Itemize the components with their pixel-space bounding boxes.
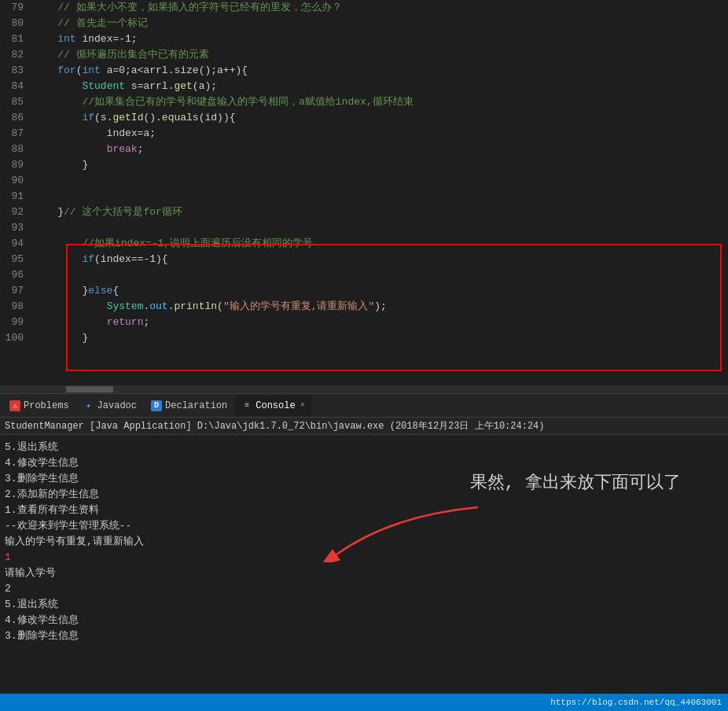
code-line: 83 for(int a=0;a<arrl.size();a++){: [0, 63, 728, 79]
code-lines: 79 // 如果大小不变，如果插入的字符号已经有的里发，怎么办？80 // 首先…: [0, 0, 728, 346]
code-line: 87 index=a;: [0, 126, 728, 142]
console-line: 1.查看所有学生资料: [5, 503, 723, 518]
code-line: 89 }: [0, 157, 728, 173]
line-number: 95: [0, 252, 33, 267]
line-content: // 循环遍历出集合中已有的元素: [33, 47, 209, 63]
line-content: for(int a=0;a<arrl.size();a++){: [33, 63, 248, 79]
line-content: if(s.getId().equals(id)){: [33, 110, 235, 126]
problems-icon: ⚠: [9, 400, 20, 411]
tab-javadoc-label: Javadoc: [97, 400, 137, 411]
tab-declaration-label: Declaration: [165, 400, 227, 411]
console-header: StudentManager [Java Application] D:\Jav…: [0, 418, 728, 435]
line-number: 89: [0, 157, 33, 173]
code-line: 100 }: [0, 330, 728, 346]
code-line: 98 System.out.println("输入的学号有重复,请重新输入");: [0, 299, 728, 315]
line-number: 88: [0, 142, 33, 157]
tab-console-label: Console: [256, 400, 295, 411]
code-line: 84 Student s=arrl.get(a);: [0, 79, 728, 94]
horizontal-scrollbar[interactable]: [0, 385, 728, 393]
line-number: 80: [0, 16, 33, 31]
console-line: 4.修改学生信息: [5, 613, 723, 628]
line-content: }: [33, 330, 88, 346]
line-number: 98: [0, 299, 33, 315]
line-number: 93: [0, 220, 33, 236]
line-content: if(index==-1){: [33, 252, 168, 267]
line-number: 84: [0, 79, 33, 94]
tab-problems-label: Problems: [24, 400, 69, 411]
line-content: System.out.println("输入的学号有重复,请重新输入");: [33, 299, 387, 315]
code-editor: 79 // 如果大小不变，如果插入的字符号已经有的里发，怎么办？80 // 首先…: [0, 0, 728, 393]
console-icon: ≡: [241, 400, 252, 411]
console-line: 5.退出系统: [5, 440, 723, 455]
line-number: 79: [0, 0, 33, 16]
line-content: index=a;: [33, 126, 156, 142]
line-number: 92: [0, 204, 33, 220]
line-number: 86: [0, 110, 33, 126]
code-line: 94 //如果index=-1,说明上面遍历后没有相同的学号: [0, 236, 728, 252]
javadoc-icon: ✦: [83, 400, 94, 411]
line-number: 90: [0, 173, 33, 189]
line-number: 85: [0, 94, 33, 110]
code-line: 81 int index=-1;: [0, 31, 728, 47]
console-line: --欢迎来到学生管理系统--: [5, 518, 723, 534]
line-number: 87: [0, 126, 33, 142]
line-content: //如果集合已有的学号和键盘输入的学号相同，a赋值给index,循环结束: [33, 94, 414, 110]
scrollbar-thumb[interactable]: [66, 386, 113, 392]
line-content: }: [33, 157, 88, 173]
code-line: 92 }// 这个大括号是for循环: [0, 204, 728, 220]
code-line: 79 // 如果大小不变，如果插入的字符号已经有的里发，怎么办？: [0, 0, 728, 16]
declaration-icon: D: [151, 400, 162, 411]
code-line: 86 if(s.getId().equals(id)){: [0, 110, 728, 126]
code-line: 85 //如果集合已有的学号和键盘输入的学号相同，a赋值给index,循环结束: [0, 94, 728, 110]
line-number: 97: [0, 283, 33, 299]
line-number: 99: [0, 315, 33, 330]
line-content: // 首先走一个标记: [33, 16, 148, 31]
tab-declaration[interactable]: D Declaration: [145, 396, 233, 416]
code-line: 82 // 循环遍历出集合中已有的元素: [0, 47, 728, 63]
console-line: 输入的学号有重复,请重新输入: [5, 534, 723, 550]
console-line: 5.退出系统: [5, 597, 723, 613]
console-line: 1: [5, 550, 723, 565]
line-content: //如果index=-1,说明上面遍历后没有相同的学号: [33, 236, 313, 252]
console-line: 2.添加新的学生信息: [5, 487, 723, 503]
status-bar: https://blog.csdn.net/qq_44063001: [0, 694, 728, 711]
line-number: 83: [0, 63, 33, 79]
line-content: }// 这个大括号是for循环: [33, 204, 182, 220]
code-line: 97 }else{: [0, 283, 728, 299]
line-content: Student s=arrl.get(a);: [33, 79, 217, 94]
console-line: 3.删除学生信息: [5, 471, 723, 487]
line-content: // 如果大小不变，如果插入的字符号已经有的里发，怎么办？: [33, 0, 342, 16]
code-line: 88 break;: [0, 142, 728, 157]
console-header-text: StudentManager [Java Application] D:\Jav…: [5, 421, 545, 432]
code-line: 80 // 首先走一个标记: [0, 16, 728, 31]
line-content: break;: [33, 142, 143, 157]
line-number: 96: [0, 267, 33, 283]
line-number: 100: [0, 330, 33, 346]
line-number: 94: [0, 236, 33, 252]
console-line: 4.修改学生信息: [5, 455, 723, 471]
line-number: 82: [0, 47, 33, 63]
line-content: int index=-1;: [33, 31, 138, 47]
code-line: 95 if(index==-1){: [0, 252, 728, 267]
bottom-panel: ⚠ Problems ✦ Javadoc D Declaration ≡ Con…: [0, 393, 728, 711]
tab-problems[interactable]: ⚠ Problems: [3, 396, 75, 416]
console-content: 5.退出系统4.修改学生信息3.删除学生信息2.添加新的学生信息1.查看所有学生…: [0, 435, 728, 711]
tab-bar: ⚠ Problems ✦ Javadoc D Declaration ≡ Con…: [0, 394, 728, 418]
line-number: 91: [0, 189, 33, 204]
tab-console[interactable]: ≡ Console ×: [235, 396, 311, 416]
line-content: return;: [33, 315, 149, 330]
code-line: 99 return;: [0, 315, 728, 330]
console-line: 3.删除学生信息: [5, 628, 723, 644]
line-number: 81: [0, 31, 33, 47]
code-line: 91: [0, 189, 728, 204]
code-line: 96: [0, 267, 728, 283]
blog-link: https://blog.csdn.net/qq_44063001: [550, 698, 722, 707]
code-line: 93: [0, 220, 728, 236]
tab-javadoc[interactable]: ✦ Javadoc: [77, 396, 143, 416]
console-line: 请输入学号: [5, 565, 723, 581]
code-line: 90: [0, 173, 728, 189]
close-icon[interactable]: ×: [300, 401, 305, 410]
console-line: 2: [5, 581, 723, 597]
console-body: 5.退出系统4.修改学生信息3.删除学生信息2.添加新的学生信息1.查看所有学生…: [0, 437, 728, 647]
line-content: }else{: [33, 283, 119, 299]
